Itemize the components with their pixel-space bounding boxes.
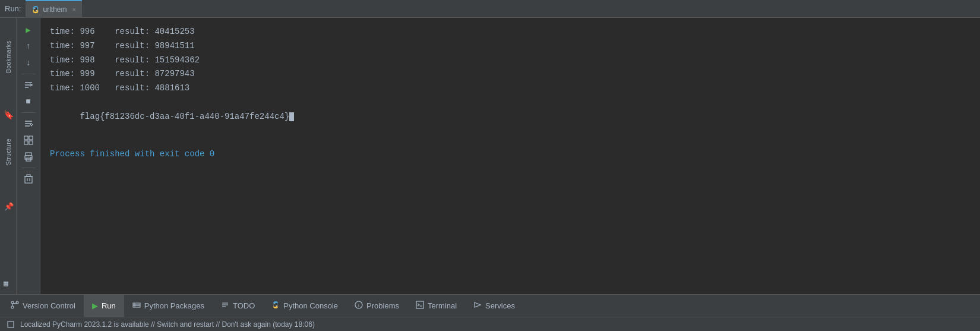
svg-point-25 [11, 306, 14, 308]
tab-problems-label: Problems [366, 301, 399, 310]
svg-point-18 [30, 157, 31, 158]
layout-icon [24, 135, 33, 145]
main-area: Bookmarks Structure 🔖 📌 ▦ ▶ ↑ ↓ ■ [0, 18, 980, 294]
print-icon [24, 152, 33, 162]
grid-icon[interactable]: ▦ [4, 279, 8, 288]
todo-icon [221, 301, 229, 311]
run-label: Run: [5, 4, 21, 13]
soft-wrap-icon [24, 80, 33, 90]
toolbar-divider-1 [21, 74, 36, 74]
sort-icon [24, 119, 33, 128]
tab-terminal-label: Terminal [428, 301, 457, 310]
todo-svg [221, 301, 229, 309]
delete-icon [24, 174, 33, 184]
terminal-svg [416, 301, 424, 309]
svg-text:i: i [358, 303, 359, 308]
python-tab-icon [31, 5, 40, 14]
tab-python-packages-label: Python Packages [144, 301, 204, 310]
bookmark-icon[interactable]: 🔖 [4, 110, 14, 120]
problems-svg: i [355, 301, 363, 309]
svg-point-3 [34, 7, 36, 8]
cursor [289, 112, 294, 121]
toolbar-divider-2 [21, 112, 36, 113]
run-button[interactable]: ▶ [20, 23, 37, 37]
tab-name: urlthem [43, 5, 67, 14]
run-tab-icon: ▶ [92, 301, 98, 310]
status-bar-expand-icon[interactable] [6, 320, 15, 329]
tab-run[interactable]: ▶ Run [84, 295, 124, 317]
svg-rect-15 [26, 153, 31, 156]
tab-version-control[interactable]: Version Control [2, 295, 84, 317]
output-panel: time: 996 result: 40415253 time: 997 res… [40, 18, 980, 294]
version-control-icon [11, 301, 19, 311]
tab-python-console-label: Python Console [283, 301, 338, 310]
tab-todo[interactable]: TODO [213, 295, 263, 317]
python-console-svg [271, 301, 280, 309]
tab-python-packages[interactable]: Python Packages [124, 295, 213, 317]
python-console-icon [271, 301, 280, 311]
tab-terminal[interactable]: Terminal [407, 295, 465, 317]
problems-icon: i [355, 301, 363, 311]
tab-version-control-label: Version Control [23, 301, 75, 310]
version-control-svg [11, 301, 19, 309]
tab-close-button[interactable]: × [72, 6, 75, 13]
output-line-1: time: 996 result: 40415253 [50, 25, 970, 39]
pin-icon[interactable]: 📌 [4, 202, 14, 212]
status-bar-text: Localized PyCharm 2023.1.2 is available … [20, 320, 315, 329]
process-line: Process finished with exit code 0 [50, 147, 970, 162]
tab-problems[interactable]: i Problems [346, 295, 407, 317]
svg-rect-29 [133, 305, 140, 307]
svg-rect-11 [24, 136, 28, 140]
output-line-2: time: 997 result: 98941511 [50, 39, 970, 53]
flag-line: flag{f81236dc-d3aa-40f1-a440-91a47fe244c… [50, 96, 970, 138]
services-svg [473, 301, 482, 309]
svg-rect-19 [25, 176, 32, 183]
svg-rect-23 [27, 175, 30, 176]
svg-rect-14 [29, 141, 33, 144]
toolbar-divider-3 [21, 168, 36, 168]
tab-services-label: Services [485, 301, 515, 310]
layout-button[interactable] [20, 133, 37, 147]
delete-button[interactable] [20, 172, 37, 186]
svg-rect-28 [133, 303, 140, 305]
scroll-up-button[interactable]: ↑ [20, 39, 37, 53]
tab-python-console[interactable]: Python Console [263, 295, 346, 317]
svg-point-4 [36, 10, 37, 11]
sort-button[interactable] [20, 116, 37, 131]
bookmarks-label: Bookmarks [5, 40, 11, 73]
svg-marker-43 [475, 302, 480, 307]
expand-svg [7, 321, 14, 328]
scroll-down-button[interactable]: ↓ [20, 56, 37, 70]
status-bar: Localized PyCharm 2023.1.2 is available … [0, 317, 980, 331]
top-tab-bar: Run: urlthem × [0, 0, 980, 18]
svg-point-38 [276, 305, 277, 307]
svg-rect-13 [24, 141, 28, 144]
svg-rect-12 [29, 136, 33, 140]
run-tab[interactable]: urlthem × [26, 0, 81, 18]
stop-button[interactable]: ■ [20, 94, 37, 109]
services-icon [473, 301, 482, 311]
soft-wrap-button[interactable] [20, 78, 37, 92]
svg-point-37 [274, 303, 276, 304]
python-packages-svg [132, 301, 141, 309]
svg-rect-36 [274, 303, 278, 307]
tab-todo-label: TODO [233, 301, 255, 310]
python-packages-icon [132, 301, 141, 311]
tab-run-label: Run [102, 301, 116, 310]
tab-services[interactable]: Services [465, 295, 523, 317]
output-line-3: time: 998 result: 151594362 [50, 53, 970, 68]
structure-label: Structure [5, 138, 11, 165]
terminal-icon [416, 301, 424, 311]
bottom-tab-bar: Version Control ▶ Run Python Packages TO… [0, 294, 980, 317]
output-line-5: time: 1000 result: 4881613 [50, 81, 970, 96]
left-sidebar: Bookmarks Structure 🔖 📌 ▦ [0, 18, 17, 294]
output-line-4: time: 999 result: 87297943 [50, 67, 970, 81]
print-button[interactable] [20, 150, 37, 164]
svg-rect-44 [8, 321, 14, 327]
toolbar: ▶ ↑ ↓ ■ [17, 18, 40, 294]
